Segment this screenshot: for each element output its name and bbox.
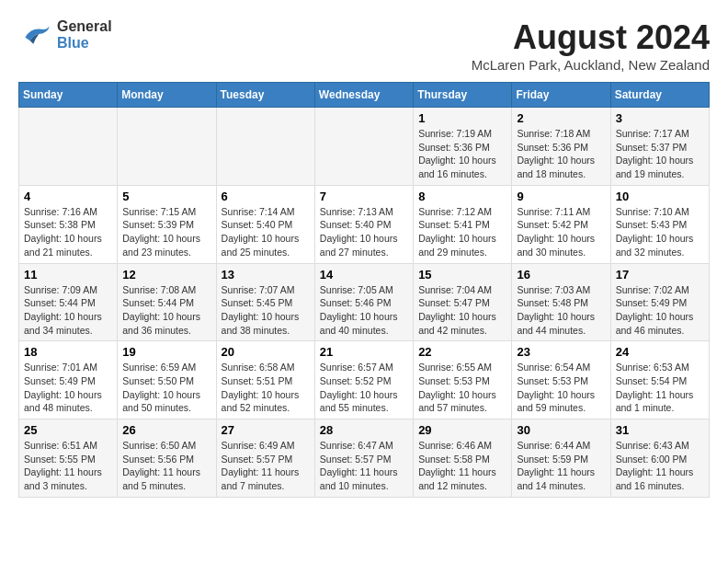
- day-info: Sunrise: 7:05 AM Sunset: 5:46 PM Dayligh…: [320, 283, 408, 338]
- day-info: Sunrise: 6:54 AM Sunset: 5:53 PM Dayligh…: [517, 361, 605, 415]
- calendar-day-cell: 28Sunrise: 6:47 AM Sunset: 5:57 PM Dayli…: [314, 419, 413, 498]
- day-info: Sunrise: 6:57 AM Sunset: 5:52 PM Dayligh…: [320, 361, 408, 415]
- calendar-day-cell: 10Sunrise: 7:10 AM Sunset: 5:43 PM Dayli…: [610, 185, 709, 263]
- logo-text: General Blue: [57, 18, 112, 52]
- day-number: 21: [320, 345, 408, 359]
- calendar-day-cell: 5Sunrise: 7:15 AM Sunset: 5:39 PM Daylig…: [118, 185, 216, 263]
- calendar-day-cell: [314, 108, 413, 186]
- calendar-day-cell: 19Sunrise: 6:59 AM Sunset: 5:50 PM Dayli…: [118, 341, 216, 419]
- day-info: Sunrise: 7:03 AM Sunset: 5:48 PM Dayligh…: [517, 283, 605, 338]
- day-number: 17: [616, 268, 704, 282]
- calendar-day-cell: 9Sunrise: 7:11 AM Sunset: 5:42 PM Daylig…: [512, 185, 610, 263]
- day-info: Sunrise: 7:17 AM Sunset: 5:37 PM Dayligh…: [616, 127, 704, 181]
- calendar-day-cell: [19, 108, 118, 186]
- day-number: 4: [24, 190, 112, 203]
- day-number: 24: [616, 345, 704, 359]
- day-number: 11: [24, 268, 112, 282]
- calendar-day-cell: 13Sunrise: 7:07 AM Sunset: 5:45 PM Dayli…: [216, 263, 314, 341]
- page-header: General Blue August 2024 McLaren Park, A…: [18, 18, 710, 73]
- calendar-day-cell: 31Sunrise: 6:43 AM Sunset: 6:00 PM Dayli…: [610, 419, 709, 498]
- calendar-day-cell: 30Sunrise: 6:44 AM Sunset: 5:59 PM Dayli…: [512, 419, 610, 498]
- day-number: 9: [517, 190, 605, 203]
- calendar-day-cell: 22Sunrise: 6:55 AM Sunset: 5:53 PM Dayli…: [414, 341, 512, 419]
- day-info: Sunrise: 7:15 AM Sunset: 5:39 PM Dayligh…: [122, 205, 210, 259]
- calendar-day-cell: 15Sunrise: 7:04 AM Sunset: 5:47 PM Dayli…: [414, 263, 512, 341]
- day-info: Sunrise: 7:10 AM Sunset: 5:43 PM Dayligh…: [616, 205, 704, 259]
- day-number: 6: [222, 190, 310, 203]
- calendar-day-cell: 12Sunrise: 7:08 AM Sunset: 5:44 PM Dayli…: [118, 263, 216, 341]
- day-number: 13: [222, 268, 310, 282]
- day-number: 7: [320, 190, 408, 203]
- day-info: Sunrise: 6:46 AM Sunset: 5:58 PM Dayligh…: [418, 439, 506, 493]
- calendar-day-cell: 14Sunrise: 7:05 AM Sunset: 5:46 PM Dayli…: [314, 263, 413, 341]
- day-info: Sunrise: 6:58 AM Sunset: 5:51 PM Dayligh…: [222, 361, 310, 415]
- day-number: 23: [517, 345, 605, 359]
- calendar-day-cell: 16Sunrise: 7:03 AM Sunset: 5:48 PM Dayli…: [512, 263, 610, 341]
- day-number: 10: [616, 190, 704, 203]
- day-of-week-header: Wednesday: [314, 83, 413, 108]
- calendar-week-row: 25Sunrise: 6:51 AM Sunset: 5:55 PM Dayli…: [19, 419, 710, 498]
- day-info: Sunrise: 6:43 AM Sunset: 6:00 PM Dayligh…: [616, 439, 704, 493]
- day-number: 30: [517, 423, 605, 437]
- day-number: 1: [418, 111, 506, 125]
- calendar-week-row: 1Sunrise: 7:19 AM Sunset: 5:36 PM Daylig…: [19, 108, 710, 186]
- calendar-week-row: 18Sunrise: 7:01 AM Sunset: 5:49 PM Dayli…: [19, 341, 710, 419]
- day-info: Sunrise: 7:07 AM Sunset: 5:45 PM Dayligh…: [222, 283, 310, 338]
- title-block: August 2024 McLaren Park, Auckland, New …: [472, 18, 710, 73]
- calendar-day-cell: 17Sunrise: 7:02 AM Sunset: 5:49 PM Dayli…: [610, 263, 709, 341]
- day-number: 12: [122, 268, 210, 282]
- day-info: Sunrise: 6:51 AM Sunset: 5:55 PM Dayligh…: [24, 439, 112, 493]
- day-info: Sunrise: 7:16 AM Sunset: 5:38 PM Dayligh…: [24, 205, 112, 259]
- calendar-day-cell: 1Sunrise: 7:19 AM Sunset: 5:36 PM Daylig…: [414, 108, 512, 186]
- calendar-day-cell: 18Sunrise: 7:01 AM Sunset: 5:49 PM Dayli…: [19, 341, 118, 419]
- day-number: 16: [517, 268, 605, 282]
- day-of-week-header: Friday: [512, 83, 610, 108]
- calendar-day-cell: 25Sunrise: 6:51 AM Sunset: 5:55 PM Dayli…: [19, 419, 118, 498]
- calendar-week-row: 4Sunrise: 7:16 AM Sunset: 5:38 PM Daylig…: [19, 185, 710, 263]
- day-info: Sunrise: 7:19 AM Sunset: 5:36 PM Dayligh…: [418, 127, 506, 181]
- subtitle: McLaren Park, Auckland, New Zealand: [472, 57, 710, 73]
- day-of-week-header: Sunday: [19, 83, 118, 108]
- calendar-day-cell: 7Sunrise: 7:13 AM Sunset: 5:40 PM Daylig…: [314, 185, 413, 263]
- day-number: 3: [616, 111, 704, 125]
- day-number: 25: [24, 423, 112, 437]
- main-title: August 2024: [472, 18, 710, 57]
- day-info: Sunrise: 7:14 AM Sunset: 5:40 PM Dayligh…: [222, 205, 310, 259]
- day-number: 18: [24, 345, 112, 359]
- calendar-day-cell: 4Sunrise: 7:16 AM Sunset: 5:38 PM Daylig…: [19, 185, 118, 263]
- calendar-day-cell: 8Sunrise: 7:12 AM Sunset: 5:41 PM Daylig…: [414, 185, 512, 263]
- day-number: 22: [418, 345, 506, 359]
- calendar-day-cell: 11Sunrise: 7:09 AM Sunset: 5:44 PM Dayli…: [19, 263, 118, 341]
- day-number: 14: [320, 268, 408, 282]
- day-info: Sunrise: 7:08 AM Sunset: 5:44 PM Dayligh…: [122, 283, 210, 338]
- day-number: 29: [418, 423, 506, 437]
- day-of-week-header: Monday: [118, 83, 216, 108]
- calendar-day-cell: 21Sunrise: 6:57 AM Sunset: 5:52 PM Dayli…: [314, 341, 413, 419]
- day-number: 26: [122, 423, 210, 437]
- day-info: Sunrise: 7:18 AM Sunset: 5:36 PM Dayligh…: [517, 127, 605, 181]
- day-info: Sunrise: 7:09 AM Sunset: 5:44 PM Dayligh…: [24, 283, 112, 338]
- day-number: 15: [418, 268, 506, 282]
- calendar-day-cell: 20Sunrise: 6:58 AM Sunset: 5:51 PM Dayli…: [216, 341, 314, 419]
- day-info: Sunrise: 7:12 AM Sunset: 5:41 PM Dayligh…: [418, 205, 506, 259]
- day-info: Sunrise: 6:44 AM Sunset: 5:59 PM Dayligh…: [517, 439, 605, 493]
- calendar-day-cell: 2Sunrise: 7:18 AM Sunset: 5:36 PM Daylig…: [512, 108, 610, 186]
- day-info: Sunrise: 6:59 AM Sunset: 5:50 PM Dayligh…: [122, 361, 210, 415]
- day-of-week-header: Tuesday: [216, 83, 314, 108]
- day-of-week-header: Thursday: [414, 83, 512, 108]
- day-number: 5: [122, 190, 210, 203]
- calendar-day-cell: 29Sunrise: 6:46 AM Sunset: 5:58 PM Dayli…: [414, 419, 512, 498]
- day-info: Sunrise: 6:49 AM Sunset: 5:57 PM Dayligh…: [222, 439, 310, 493]
- day-of-week-header: Saturday: [610, 83, 709, 108]
- calendar-day-cell: 23Sunrise: 6:54 AM Sunset: 5:53 PM Dayli…: [512, 341, 610, 419]
- day-number: 27: [222, 423, 310, 437]
- day-info: Sunrise: 6:47 AM Sunset: 5:57 PM Dayligh…: [320, 439, 408, 493]
- calendar-day-cell: 27Sunrise: 6:49 AM Sunset: 5:57 PM Dayli…: [216, 419, 314, 498]
- day-number: 2: [517, 111, 605, 125]
- day-info: Sunrise: 7:01 AM Sunset: 5:49 PM Dayligh…: [24, 361, 112, 415]
- day-number: 20: [222, 345, 310, 359]
- calendar-day-cell: 26Sunrise: 6:50 AM Sunset: 5:56 PM Dayli…: [118, 419, 216, 498]
- day-info: Sunrise: 6:50 AM Sunset: 5:56 PM Dayligh…: [122, 439, 210, 493]
- logo: General Blue: [18, 18, 112, 52]
- calendar-week-row: 11Sunrise: 7:09 AM Sunset: 5:44 PM Dayli…: [19, 263, 710, 341]
